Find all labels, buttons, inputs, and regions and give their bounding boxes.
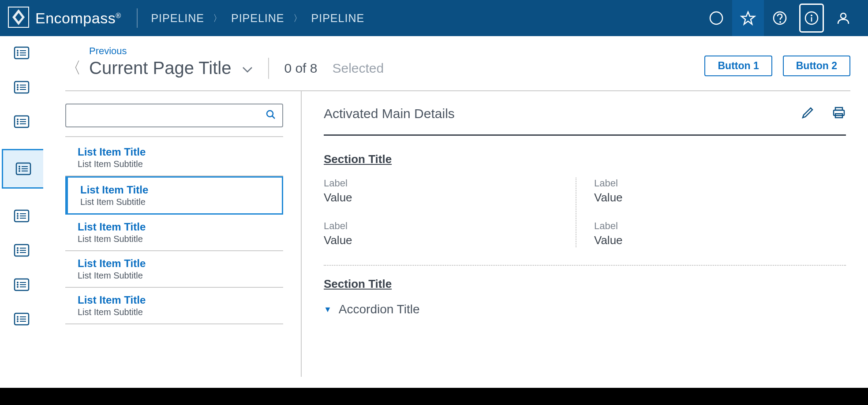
list-item-title: List Item Title (78, 257, 274, 270)
svg-point-22 (17, 119, 19, 120)
field-label: Label (324, 220, 562, 232)
field-label: Label (594, 178, 833, 189)
svg-point-24 (17, 123, 19, 125)
svg-point-59 (17, 321, 19, 322)
help-icon[interactable] (764, 0, 796, 36)
rail-item[interactable] (13, 243, 30, 257)
svg-point-44 (17, 250, 19, 251)
details-title: Activated Main Details (324, 106, 455, 121)
print-icon[interactable] (832, 106, 846, 121)
breadcrumb: PIPELINE 〉 PIPELINE 〉 PIPELINE (151, 12, 364, 25)
button-1[interactable]: Button 1 (704, 56, 772, 76)
list-item-title: List Item Title (78, 294, 274, 306)
field: Label Value (324, 220, 562, 247)
title-dropdown-icon[interactable] (242, 64, 253, 76)
rail-item[interactable] (13, 209, 30, 223)
breadcrumb-item[interactable]: PIPELINE (311, 12, 365, 25)
user-profile-icon[interactable] (827, 0, 859, 36)
vertical-divider (268, 58, 269, 79)
svg-line-64 (272, 116, 275, 119)
selection-count: 0 of 8 (284, 61, 317, 76)
svg-point-30 (19, 168, 20, 170)
list-item-subtitle: List Item Subtitle (78, 307, 274, 317)
field-label: Label (324, 178, 562, 189)
rail-item-active[interactable] (2, 149, 43, 189)
svg-point-15 (17, 85, 19, 86)
status-circle-icon[interactable] (700, 0, 732, 36)
list-item[interactable]: List Item Title List Item Subtitle (65, 215, 283, 251)
details-panel: Activated Main Details Section Title (302, 91, 850, 377)
list-item-title: List Item Title (78, 221, 274, 233)
svg-point-43 (17, 248, 19, 249)
caret-down-icon: ▼ (324, 305, 332, 314)
svg-point-58 (17, 319, 19, 320)
svg-point-50 (17, 282, 19, 283)
rail-item[interactable] (13, 80, 30, 94)
svg-point-5 (811, 15, 812, 16)
back-chevron-icon[interactable]: 〈 (65, 57, 81, 79)
svg-point-38 (17, 218, 19, 219)
side-rail (0, 36, 43, 388)
svg-point-16 (17, 87, 19, 88)
rail-item[interactable] (13, 115, 30, 129)
section-title: Section Title (324, 277, 846, 291)
header-divider (137, 8, 138, 28)
svg-point-63 (267, 111, 273, 117)
list-item-title: List Item Title (80, 184, 273, 196)
details-section: Section Title ▼ Accordion Title (324, 266, 846, 316)
field: Label Value (594, 220, 833, 247)
rail-item[interactable] (13, 278, 30, 292)
svg-point-1 (710, 12, 722, 24)
rail-item[interactable] (13, 46, 30, 60)
list-item-subtitle: List Item Subtitle (78, 159, 274, 169)
field-value: Value (324, 234, 562, 247)
breadcrumb-item[interactable]: PIPELINE (231, 12, 284, 25)
page-header: 〈 Previous Current Page Title 0 of 8 Sel… (65, 45, 850, 91)
brand-area: Encompass® (8, 7, 121, 30)
search-icon[interactable] (266, 109, 276, 122)
accordion-toggle[interactable]: ▼ Accordion Title (324, 302, 846, 316)
svg-point-29 (19, 166, 20, 167)
svg-point-45 (17, 252, 19, 253)
details-section: Section Title Label Value Label Value (324, 136, 846, 266)
accordion-title: Accordion Title (339, 302, 420, 316)
field-value: Value (324, 191, 562, 204)
list-item-subtitle: List Item Subtitle (78, 234, 274, 244)
svg-point-8 (17, 50, 19, 52)
svg-point-23 (17, 121, 19, 123)
svg-point-10 (17, 55, 19, 56)
section-title: Section Title (324, 152, 846, 166)
favorite-star-icon[interactable] (732, 0, 764, 36)
list-item[interactable]: List Item Title List Item Subtitle (65, 251, 283, 288)
header-actions (700, 0, 859, 36)
edit-pencil-icon[interactable] (801, 106, 814, 121)
svg-point-31 (19, 171, 20, 172)
field: Label Value (324, 178, 562, 204)
selection-label: Selected (332, 61, 384, 76)
button-2[interactable]: Button 2 (783, 56, 850, 76)
list-item[interactable]: List Item Title List Item Subtitle (65, 140, 283, 176)
svg-point-6 (841, 13, 846, 19)
list-item-selected[interactable]: List Item Title List Item Subtitle (65, 176, 283, 215)
field: Label Value (594, 178, 833, 204)
search-box[interactable] (65, 104, 283, 127)
svg-point-4 (805, 12, 818, 24)
svg-point-17 (17, 89, 19, 90)
list-divider (65, 136, 283, 137)
search-input[interactable] (72, 111, 266, 121)
svg-point-36 (17, 213, 19, 215)
previous-link[interactable]: Previous (89, 45, 384, 57)
breadcrumb-item[interactable]: PIPELINE (151, 12, 204, 25)
svg-point-57 (17, 316, 19, 318)
chevron-right-icon: 〉 (213, 12, 222, 24)
brand-logo-icon (8, 7, 29, 30)
info-icon[interactable] (796, 0, 827, 36)
rail-item[interactable] (13, 312, 30, 326)
list-item[interactable]: List Item Title List Item Subtitle (65, 288, 283, 324)
chevron-right-icon: 〉 (293, 12, 303, 24)
list-item-subtitle: List Item Subtitle (80, 197, 273, 207)
field-label: Label (594, 220, 833, 232)
field-value: Value (594, 191, 833, 204)
list-item-subtitle: List Item Subtitle (78, 271, 274, 281)
svg-point-51 (17, 284, 19, 286)
